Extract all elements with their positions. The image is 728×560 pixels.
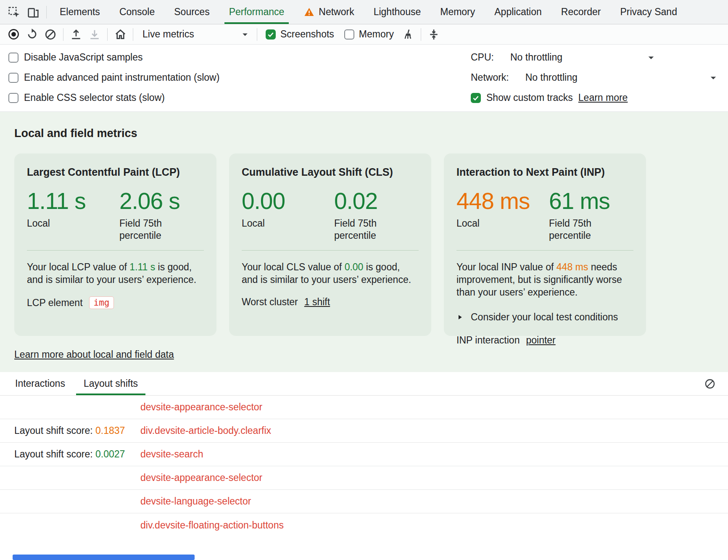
worst-cluster-link[interactable]: 1 shift <box>304 296 330 308</box>
cpu-throttling-select[interactable]: CPU: No throttling <box>471 52 657 63</box>
screenshots-label: Screenshots <box>280 29 334 40</box>
node-link[interactable]: div.devsite-article-body.clearfix <box>140 425 271 436</box>
divider <box>63 28 63 41</box>
history-dropdown-value: Live metrics <box>142 29 194 40</box>
disable-js-samples-row[interactable]: Disable JavaScript samples <box>8 52 219 63</box>
metric-cards: Largest Contentful Paint (LCP) 1.11 s Lo… <box>14 153 714 336</box>
tab-label: Recorder <box>561 6 601 18</box>
tab-elements[interactable]: Elements <box>50 0 110 24</box>
node-link[interactable]: devsite-search <box>140 449 203 460</box>
layout-shift-row[interactable]: devsite-language-selector <box>0 490 728 513</box>
field-data-learn-more-link[interactable]: Learn more about local and field data <box>14 349 174 360</box>
desc-value: 1.11 s <box>129 262 155 272</box>
lcp-element-node-link[interactable]: img <box>89 296 114 309</box>
lcp-local-value: 1.11 s <box>27 188 119 214</box>
desc-value: 0.00 <box>345 262 364 272</box>
cls-field-value: 0.02 <box>334 188 393 214</box>
tab-lighthouse[interactable]: Lighthouse <box>364 0 431 24</box>
chevron-down-icon <box>646 52 657 63</box>
inp-local-label: Local <box>456 217 515 230</box>
reload-and-record-button[interactable] <box>23 26 41 43</box>
triangle-right-icon <box>456 314 464 321</box>
cls-description: Your local CLS value of 0.00 is good, an… <box>242 261 419 286</box>
cls-field-label: Field 75th percentile <box>334 217 393 242</box>
record-button[interactable] <box>4 26 23 43</box>
clear-icon <box>704 378 716 390</box>
save-profile-button[interactable] <box>85 26 104 43</box>
worst-cluster-label: Worst cluster <box>242 296 298 308</box>
node-link[interactable]: devsite-appearance-selector <box>140 472 262 483</box>
screenshots-checkbox[interactable] <box>266 29 276 40</box>
disable-js-samples-label: Disable JavaScript samples <box>24 52 143 63</box>
history-dropdown[interactable]: Live metrics <box>137 26 253 43</box>
desc-value: 448 ms <box>557 262 588 272</box>
clear-button[interactable] <box>41 26 60 43</box>
tab-label: Network <box>319 6 354 18</box>
layout-shift-row[interactable]: Layout shift score: 0.0027 devsite-searc… <box>0 443 728 466</box>
score-label: Layout shift score: <box>14 449 95 460</box>
css-selector-stats-row[interactable]: Enable CSS selector stats (slow) <box>8 92 219 103</box>
divider <box>242 250 419 251</box>
tab-network[interactable]: Network <box>294 0 364 24</box>
reload-icon <box>26 28 39 41</box>
home-button[interactable] <box>111 26 129 43</box>
log-tabs: Interactions Layout shifts <box>0 372 728 396</box>
network-throttling-value: No throttling <box>525 72 578 83</box>
tab-sources[interactable]: Sources <box>164 0 219 24</box>
tab-label: Interactions <box>15 378 65 389</box>
tab-interactions[interactable]: Interactions <box>14 372 66 395</box>
disable-js-samples-checkbox[interactable] <box>8 53 18 63</box>
network-throttling-select[interactable]: Network: No throttling <box>471 72 657 83</box>
layout-shift-row[interactable]: Layout shift score: 0.1837 div.devsite-a… <box>0 419 728 443</box>
inspect-element-button[interactable] <box>4 3 24 22</box>
check-icon <box>267 31 274 38</box>
tab-label: Elements <box>60 6 100 18</box>
load-profile-button[interactable] <box>67 26 85 43</box>
horizontal-scrollbar-thumb[interactable] <box>13 555 195 560</box>
node-link[interactable]: div.devsite-floating-action-buttons <box>140 520 284 531</box>
lcp-field-column: 2.06 s Field 75th percentile <box>119 188 180 242</box>
local-test-conditions-disclosure[interactable]: Consider your local test conditions <box>456 312 618 323</box>
node-link[interactable]: devsite-appearance-selector <box>140 402 262 413</box>
tab-layout-shifts[interactable]: Layout shifts <box>83 372 139 395</box>
node-link[interactable]: devsite-language-selector <box>140 496 251 507</box>
cpu-label: CPU: <box>471 52 494 63</box>
screenshots-checkbox-row[interactable]: Screenshots <box>266 29 334 40</box>
tab-memory[interactable]: Memory <box>430 0 485 24</box>
tab-performance[interactable]: Performance <box>219 0 294 24</box>
desc-text: Your local CLS value of <box>242 262 345 272</box>
cpu-throttling-value: No throttling <box>510 52 562 63</box>
collect-garbage-button[interactable] <box>425 26 443 43</box>
tab-label: Layout shifts <box>84 378 138 389</box>
advanced-paint-checkbox[interactable] <box>8 73 18 83</box>
tab-label: Performance <box>229 6 285 18</box>
custom-tracks-learn-more-link[interactable]: Learn more <box>578 92 628 103</box>
devtools-tabbar: Elements Console Sources Performance Net… <box>0 0 728 24</box>
tab-console[interactable]: Console <box>110 0 164 24</box>
tab-privacy-sandbox[interactable]: Privacy Sand <box>610 0 687 24</box>
layout-shift-row[interactable]: devsite-appearance-selector <box>0 396 728 419</box>
clear-log-button[interactable] <box>700 374 720 394</box>
cls-field-column: 0.02 Field 75th percentile <box>334 188 393 242</box>
show-custom-tracks-row[interactable]: Show custom tracks Learn more <box>471 92 657 103</box>
tab-recorder[interactable]: Recorder <box>551 0 611 24</box>
divider <box>107 28 108 41</box>
clean-icon-button[interactable] <box>399 26 417 43</box>
css-selector-stats-checkbox[interactable] <box>8 93 18 103</box>
inp-interaction-link[interactable]: pointer <box>526 335 555 346</box>
check-icon <box>472 94 480 102</box>
capture-settings-left: Disable JavaScript samples Enable advanc… <box>8 52 219 103</box>
clear-icon <box>44 28 57 41</box>
lcp-element-label: LCP element <box>27 297 83 309</box>
advanced-paint-row[interactable]: Enable advanced paint instrumentation (s… <box>8 72 219 83</box>
layout-shift-row[interactable]: div.devsite-floating-action-buttons <box>0 513 728 537</box>
show-custom-tracks-checkbox[interactable] <box>471 93 481 103</box>
layout-shift-row[interactable]: devsite-appearance-selector <box>0 466 728 490</box>
lcp-field-value: 2.06 s <box>119 188 180 214</box>
inp-local-column: 448 ms Local <box>456 188 549 242</box>
divider <box>456 250 633 251</box>
memory-checkbox[interactable] <box>344 29 354 40</box>
memory-checkbox-row[interactable]: Memory <box>344 29 394 40</box>
tab-application[interactable]: Application <box>485 0 551 24</box>
device-toolbar-button[interactable] <box>24 3 43 22</box>
